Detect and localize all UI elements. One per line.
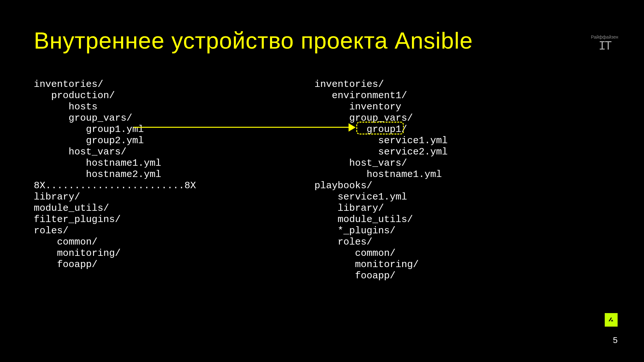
tree-left: inventories/ production/ hosts group_var… bbox=[34, 79, 196, 270]
tree-right: inventories/ environment1/ inventory gro… bbox=[314, 79, 448, 282]
page-number: 5 bbox=[613, 335, 618, 345]
brand-name: Райффайзен bbox=[591, 35, 618, 40]
arrow-head-icon bbox=[349, 123, 356, 132]
ansible-logo-icon bbox=[605, 313, 618, 327]
arrow-line bbox=[134, 127, 351, 128]
brand-it: IT bbox=[591, 40, 618, 53]
highlight-box bbox=[356, 122, 404, 135]
slide-title: Внутреннее устройство проекта Ansible bbox=[34, 27, 473, 54]
brand-logo: Райффайзен IT bbox=[591, 35, 618, 53]
